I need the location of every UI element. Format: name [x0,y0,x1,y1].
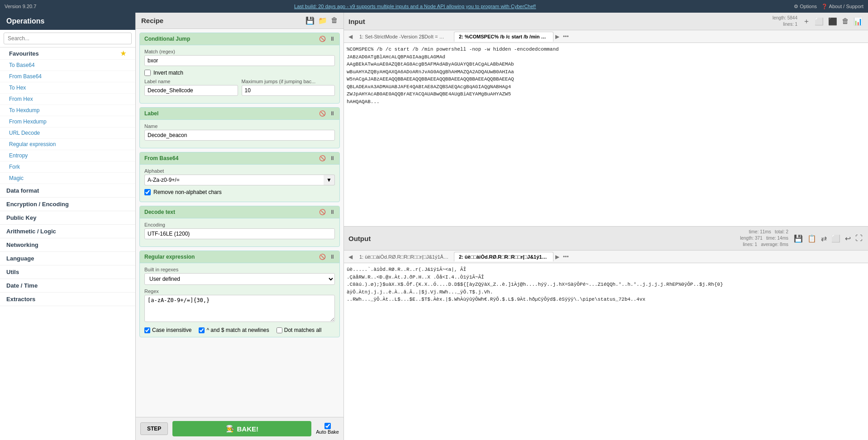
card-label-header: Label 🚫 ⏸ [140,108,339,120]
match-input[interactable] [144,55,335,66]
regex-row: Regex [a-zA-Z0-9+/=]{30,} [144,289,335,323]
sidebar-section-networking[interactable]: Networking [0,238,135,252]
add-tab-button[interactable]: ＋ [802,16,811,27]
sidebar-item-to-hex[interactable]: To Hex [0,82,135,94]
label-name-input[interactable] [144,85,238,96]
invert-match-label: Invert match [153,70,183,76]
sidebar-item-from-hex[interactable]: From Hex [0,94,135,105]
input-tab-prev[interactable]: ◀ [347,33,354,40]
auto-bake-checkbox[interactable] [324,423,331,429]
card-conditional-jump-header: Conditional Jump 🚫 ⏸ [140,33,339,45]
sidebar: Operations Favourites ★ To Base64 From B… [0,13,136,440]
sidebar-section-data-format[interactable]: Data format [0,184,135,198]
card-decode-text-disable-icon[interactable]: 🚫 [319,209,326,215]
output-tab-prev[interactable]: ◀ [347,254,354,260]
case-insensitive-label: Case insensitive [152,327,191,333]
sidebar-section-arithmetic[interactable]: Arithmetic / Logic [0,225,135,238]
input-icons: ＋ ⬜ ⬛ 🗑 📊 [802,16,863,27]
undo-button[interactable]: ↩ [844,233,852,244]
remove-non-alpha-checkbox[interactable] [144,189,151,195]
card-disable-icon[interactable]: 🚫 [319,36,326,42]
sidebar-item-entropy[interactable]: Entropy [0,150,135,161]
output-tab-next[interactable]: ▶ [553,254,561,260]
caret-dollar-checkbox[interactable] [199,327,205,333]
sidebar-item-from-hexdump[interactable]: From Hexdump [0,116,135,128]
step-button[interactable]: STEP [140,422,168,435]
card-label-disable-icon[interactable]: 🚫 [319,110,326,117]
input-section: Input length: 5844 lines: 1 ＋ ⬜ ⬛ 🗑 📊 [344,13,868,226]
card-regular-expression-header: Regular expression 🚫 ⏸ [140,251,339,263]
save-output-button[interactable]: 💾 [793,233,804,244]
input-tab-2[interactable]: 2: %COMSPEC% /b /c start /b /min powersh… [454,32,553,42]
switch-direction-button[interactable]: ⇄ [820,233,828,244]
built-in-select[interactable]: User defined [144,273,335,285]
input-tab-more[interactable]: ••• [561,33,571,40]
open-recipe-icon[interactable]: 📁 [318,16,327,25]
card-regex-disable-icon[interactable]: 🚫 [319,254,326,260]
sidebar-section-public-key[interactable]: Public Key [0,211,135,225]
input-content[interactable]: %COMSPEC% /b /c start /b /min powershell… [344,43,868,226]
built-in-row: Built in regexes User defined [144,267,335,285]
sidebar-section-encryption[interactable]: Encryption / Encoding [0,198,135,211]
card-collapse-icon[interactable]: ⏸ [329,36,335,42]
sidebar-section-extractors[interactable]: Extractors [0,293,135,306]
bake-button[interactable]: 👨‍🍳 BAKE! [172,421,311,436]
sidebar-item-magic[interactable]: Magic [0,173,135,184]
sidebar-item-fork[interactable]: Fork [0,161,135,173]
card-from-base64-collapse-icon[interactable]: ⏸ [329,155,335,161]
remove-non-alpha-row: Remove non-alphabet chars [144,189,335,195]
card-label-collapse-icon[interactable]: ⏸ [329,110,335,117]
case-insensitive-checkbox[interactable] [144,327,150,333]
sidebar-item-from-base64[interactable]: From Base64 [0,71,135,82]
save-recipe-icon[interactable]: 💾 [305,16,315,25]
alphabet-input[interactable] [144,175,324,185]
clear-input-button[interactable]: 🗑 [841,16,850,26]
search-box [0,30,135,47]
card-from-base64-header: From Base64 🚫 ⏸ [140,152,339,165]
about-link[interactable]: ❓ About / Support [821,4,863,9]
upload-button[interactable]: 📊 [853,16,863,27]
card-from-base64-body: Alphabet ▼ Remove non-alphabet chars [140,165,339,202]
output-header-right: time: 11ms total: 2 length: 371 time: 14… [740,229,863,248]
copy-output-button[interactable]: 📋 [806,233,817,244]
input-tab-1[interactable]: 1: Set-StrictMode -Version 2$DoIt = @'fu… [354,32,454,42]
output-tab-more[interactable]: ••• [561,254,571,260]
output-tab-2[interactable]: 2: üè□□àiÒd.RØ.R□R□R□□r(□J&1ý1Â~<a|, ÂÎ … [454,252,553,261]
max-jumps-input[interactable] [242,85,335,96]
sidebar-section-language[interactable]: Language [0,252,135,265]
search-input[interactable] [4,33,132,44]
split-input-button[interactable]: ⬛ [827,16,838,27]
sidebar-item-to-base64[interactable]: To Base64 [0,60,135,71]
chef-icon: 👨‍🍳 [226,425,234,433]
input-header: Input length: 5844 lines: 1 ＋ ⬜ ⬛ 🗑 📊 [344,13,868,30]
name-input[interactable] [144,130,335,141]
sidebar-section-datetime[interactable]: Date / Time [0,279,135,293]
input-header-right: length: 5844 lines: 1 ＋ ⬜ ⬛ 🗑 📊 [773,15,863,28]
invert-match-checkbox[interactable] [144,70,151,76]
output-tab-1[interactable]: 1: üè□□àiÒd.RØ.R□R□R□□r(□J&1ý1Â~<a|, ÂÎ … [354,252,454,261]
input-meta: length: 5844 lines: 1 [773,15,797,28]
io-panel: Input length: 5844 lines: 1 ＋ ⬜ ⬛ 🗑 📊 [344,13,868,440]
dot-all-label: Dot matches all [284,327,322,333]
input-tab-next[interactable]: ▶ [553,33,561,40]
sidebar-item-regex[interactable]: Regular expression [0,139,135,150]
regex-textarea[interactable]: [a-zA-Z0-9+/=]{30,} [144,295,335,322]
dot-all-checkbox[interactable] [277,327,282,333]
expand-input-button[interactable]: ⬜ [814,16,825,27]
expand-output-button[interactable]: ⬜ [830,233,841,244]
sidebar-favourites[interactable]: Favourites ★ [0,47,135,60]
card-regex-collapse-icon[interactable]: ⏸ [329,254,335,260]
caret-dollar-label: ^ and $ match at newlines [206,327,269,333]
alphabet-dropdown-arrow[interactable]: ▼ [324,175,335,185]
label-jumps-row: Label name Maximum jumps (if jumping bac… [144,79,335,96]
clear-recipe-icon[interactable]: 🗑 [331,16,338,25]
fullscreen-button[interactable]: ⛶ [854,233,863,243]
card-from-base64-disable-icon[interactable]: 🚫 [319,155,326,161]
card-decode-text-collapse-icon[interactable]: ⏸ [329,209,335,215]
sidebar-item-to-hexdump[interactable]: To Hexdump [0,105,135,116]
output-icons: 💾 📋 ⇄ ⬜ ↩ ⛶ [793,233,863,244]
encoding-input[interactable] [144,228,335,239]
options-link[interactable]: ⚙ Options [794,4,817,9]
sidebar-item-url-decode[interactable]: URL Decode [0,128,135,139]
sidebar-section-utils[interactable]: Utils [0,265,135,279]
